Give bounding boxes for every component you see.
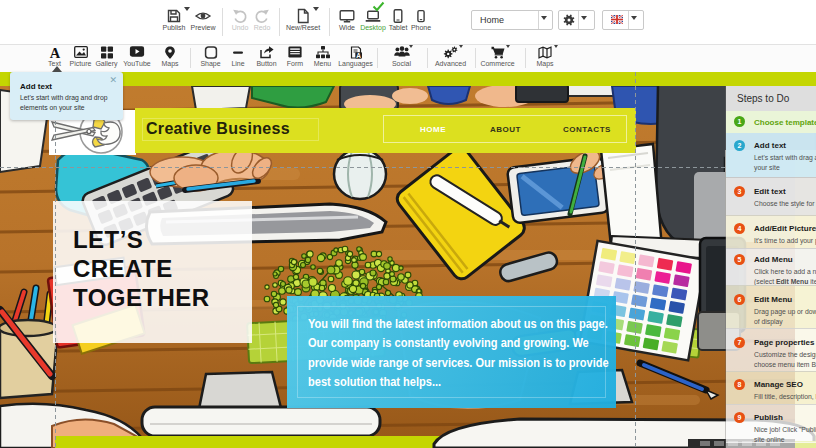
svg-text:A: A	[356, 52, 361, 59]
